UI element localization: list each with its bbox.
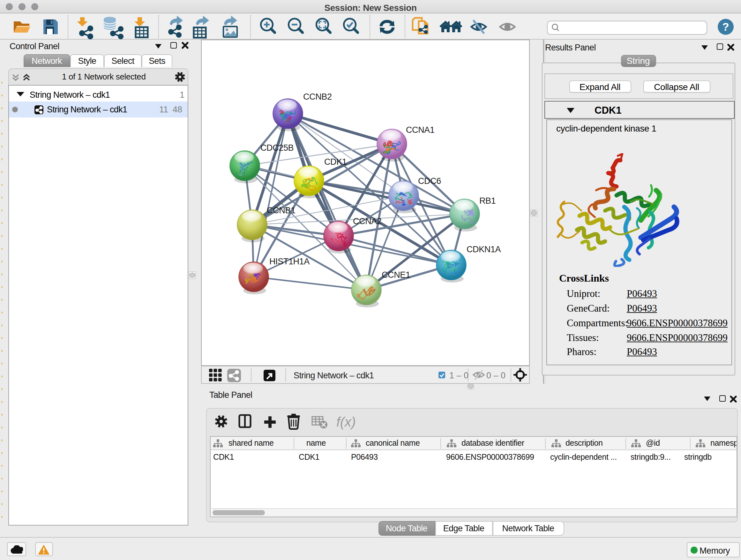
svg-text:String Network – cdk1: String Network – cdk1 — [293, 371, 374, 380]
svg-text:CDKN1A: CDKN1A — [467, 245, 501, 254]
svg-text:CDC6: CDC6 — [418, 176, 441, 186]
svg-text:?: ? — [722, 20, 729, 33]
svg-text:CDC25B: CDC25B — [260, 143, 293, 152]
svg-text:1 of 1 Network selected: 1 of 1 Network selected — [62, 72, 145, 81]
svg-text:0 – 0: 0 – 0 — [486, 371, 506, 380]
svg-text:CCNE1: CCNE1 — [382, 270, 410, 280]
svg-text:f(x): f(x) — [336, 414, 355, 429]
svg-text:CCNA1: CCNA1 — [406, 125, 434, 135]
svg-text:CDK1: CDK1 — [324, 157, 347, 167]
svg-text:HIST1H1A: HIST1H1A — [269, 257, 310, 266]
svg-text:CCNA2: CCNA2 — [353, 216, 382, 226]
svg-text:CCNB1: CCNB1 — [267, 206, 295, 215]
svg-text:CCNB2: CCNB2 — [303, 92, 332, 102]
svg-text:RB1: RB1 — [479, 196, 495, 206]
svg-text:1 – 0: 1 – 0 — [449, 371, 468, 380]
